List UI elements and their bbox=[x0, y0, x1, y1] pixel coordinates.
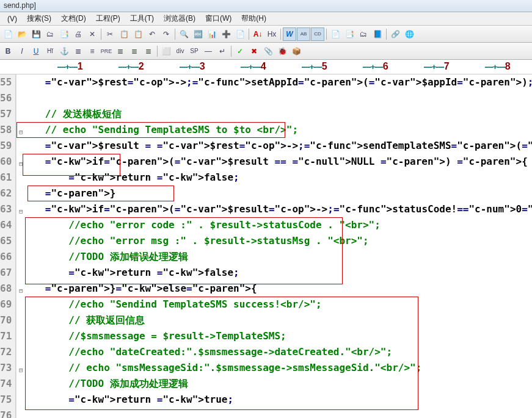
line-gutter: 5556575859606162636465666768697071727374… bbox=[0, 74, 16, 418]
save-icon[interactable]: 💾 bbox=[29, 27, 43, 41]
toolbar-1: 📄 📂 💾 🗂 📑 🖨 ✕ ✂ 📋 📋 ↶ ↷ 🔍 🔤 📊 ➕ 📄 A↓ Hx … bbox=[0, 26, 532, 43]
btn-icon[interactable]: 🗂 bbox=[357, 27, 370, 41]
cut-icon[interactable]: ✂ bbox=[103, 27, 117, 41]
x-icon[interactable]: ✖ bbox=[247, 45, 261, 58]
open-file-icon[interactable]: 📂 bbox=[15, 27, 29, 41]
menu-bar: (V) 搜索(S) 文档(D) 工程(P) 工具(T) 浏览器(B) 窗口(W)… bbox=[0, 12, 532, 26]
separator bbox=[326, 29, 327, 40]
print-icon[interactable]: 🖨 bbox=[71, 27, 85, 41]
ruler: ----+----1----+----2----+----3----+----4… bbox=[0, 60, 532, 74]
close-icon[interactable]: ✕ bbox=[86, 27, 99, 41]
btn-icon[interactable]: 🌐 bbox=[403, 27, 416, 41]
pre-icon[interactable]: PRE bbox=[100, 45, 113, 58]
separator bbox=[249, 29, 249, 40]
menu-help[interactable]: 帮助(H) bbox=[236, 12, 271, 25]
abc-icon[interactable]: 🔤 bbox=[191, 27, 205, 41]
anchor-icon[interactable]: ⚓ bbox=[57, 45, 71, 58]
separator bbox=[101, 29, 101, 40]
link-icon[interactable]: 📎 bbox=[261, 45, 275, 58]
hex-icon[interactable]: Hx bbox=[265, 27, 279, 41]
menu-browser[interactable]: 浏览器(B) bbox=[159, 12, 200, 25]
box-icon[interactable]: ⬜ bbox=[159, 45, 173, 58]
search-icon[interactable]: 🔍 bbox=[177, 27, 191, 41]
undo-icon[interactable]: ↶ bbox=[145, 27, 159, 41]
highlight-box bbox=[27, 186, 174, 201]
menu-tools[interactable]: 工具(T) bbox=[125, 12, 159, 25]
separator bbox=[231, 46, 231, 57]
list-icon[interactable]: ≡ bbox=[86, 45, 99, 58]
align-icon[interactable]: ≣ bbox=[71, 45, 85, 58]
plus-icon[interactable]: ➕ bbox=[219, 27, 233, 41]
hr-icon[interactable]: — bbox=[202, 45, 215, 58]
copy-icon[interactable]: 📋 bbox=[117, 27, 131, 41]
paste-icon[interactable]: 📋 bbox=[131, 27, 145, 41]
menu-document[interactable]: 文档(D) bbox=[56, 12, 91, 25]
btn-icon[interactable]: 📑 bbox=[343, 27, 356, 41]
menu-view[interactable]: (V) bbox=[2, 13, 22, 24]
font-icon[interactable]: A↓ bbox=[251, 27, 264, 41]
menu-window[interactable]: 窗口(W) bbox=[200, 12, 236, 25]
div-icon[interactable]: div bbox=[173, 45, 187, 58]
sp-icon[interactable]: SP bbox=[188, 45, 201, 58]
redo-icon[interactable]: ↷ bbox=[159, 27, 173, 41]
title-bar: send.php] bbox=[0, 0, 532, 12]
align-center-icon[interactable]: ≣ bbox=[128, 45, 141, 58]
align-left-icon[interactable]: ≣ bbox=[114, 45, 127, 58]
highlight-box bbox=[25, 217, 343, 284]
cd-icon[interactable]: CD bbox=[311, 27, 324, 41]
new-file-icon[interactable]: 📄 bbox=[1, 27, 15, 41]
title-text: send.php] bbox=[4, 1, 36, 10]
underline-icon[interactable]: U bbox=[29, 45, 43, 58]
check-icon[interactable]: ✓ bbox=[233, 45, 247, 58]
br-icon[interactable]: ↵ bbox=[216, 45, 229, 58]
separator bbox=[386, 29, 387, 40]
btn-icon[interactable]: 📄 bbox=[329, 27, 342, 41]
files-icon[interactable]: 📑 bbox=[57, 27, 71, 41]
doc-icon[interactable]: 📄 bbox=[233, 27, 247, 41]
italic-icon[interactable]: I bbox=[15, 45, 29, 58]
toolbar-2: B I U Hĭ ⚓ ≣ ≡ PRE ≣ ≣ ≣ ⬜ div SP — ↵ ✓ … bbox=[0, 43, 532, 60]
separator bbox=[157, 46, 158, 57]
ab-icon[interactable]: AB bbox=[297, 27, 310, 41]
btn-icon[interactable]: 📘 bbox=[371, 27, 384, 41]
highlight-box bbox=[25, 297, 418, 410]
btn-icon[interactable]: 🔗 bbox=[388, 27, 402, 41]
bold-icon[interactable]: B bbox=[1, 45, 15, 58]
separator bbox=[175, 29, 175, 40]
code-area[interactable]: ="c-var">$rest="c-op">->;="c-func">setAp… bbox=[16, 74, 532, 418]
align-right-icon[interactable]: ≣ bbox=[142, 45, 155, 58]
bug-icon[interactable]: 🐞 bbox=[275, 45, 289, 58]
wrap-icon[interactable]: W bbox=[283, 27, 296, 41]
separator bbox=[280, 29, 281, 40]
save-all-icon[interactable]: 🗂 bbox=[43, 27, 57, 41]
menu-search[interactable]: 搜索(S) bbox=[22, 12, 56, 25]
code-editor[interactable]: 5556575859606162636465666768697071727374… bbox=[0, 74, 532, 418]
highlight-box bbox=[16, 122, 285, 138]
package-icon[interactable]: 📦 bbox=[290, 45, 303, 58]
hi-icon[interactable]: Hĭ bbox=[43, 45, 57, 58]
highlight-box bbox=[23, 154, 120, 176]
chart-icon[interactable]: 📊 bbox=[205, 27, 219, 41]
menu-project[interactable]: 工程(P) bbox=[91, 12, 125, 25]
